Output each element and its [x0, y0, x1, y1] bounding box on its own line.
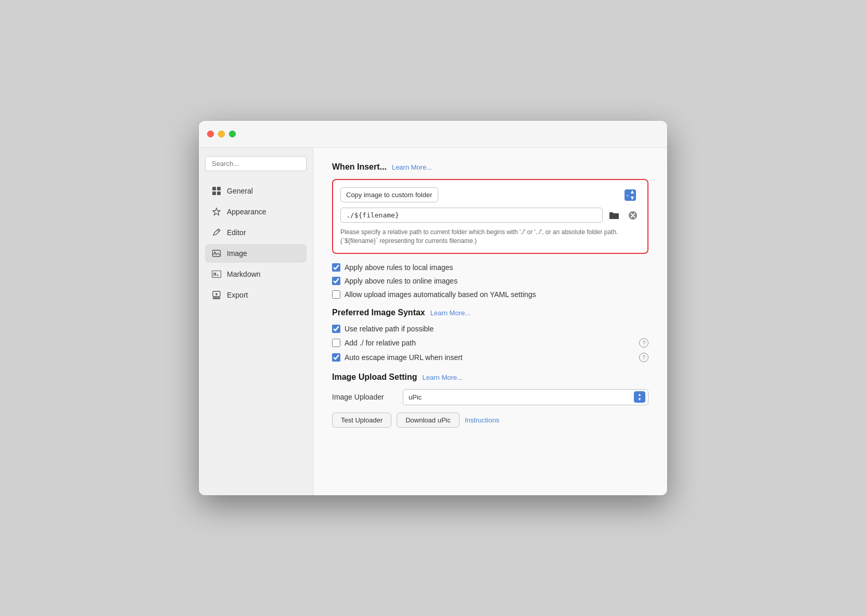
preferences-window: General Appearance Ed	[199, 121, 667, 495]
sidebar-item-appearance[interactable]: Appearance	[205, 202, 307, 221]
checkbox-add-dot: Add ./ for relative path ?	[332, 338, 648, 348]
svg-text:M↓: M↓	[213, 272, 219, 277]
uploader-row: Image Uploader uPic PicGo Custom ▲ ▼	[332, 389, 648, 405]
online-images-checkbox[interactable]	[332, 277, 340, 285]
relative-path-label: Use relative path if possible	[345, 325, 434, 333]
copy-mode-dropdown-arrow: ▲▼	[625, 189, 636, 201]
checkbox-relative: Use relative path if possible	[332, 325, 648, 333]
add-dot-help-icon[interactable]: ?	[639, 338, 648, 348]
preferred-syntax-learn-more[interactable]: Learn More...	[430, 309, 470, 317]
svg-rect-4	[213, 250, 221, 256]
image-icon	[211, 248, 222, 259]
relative-path-checkbox[interactable]	[332, 325, 340, 333]
sidebar-item-export-label: Export	[227, 291, 248, 299]
markdown-icon: M↓	[211, 269, 222, 279]
sidebar-item-image[interactable]: Image	[205, 244, 307, 263]
auto-escape-checkbox[interactable]	[332, 353, 340, 362]
when-insert-title: When Insert...	[332, 162, 387, 172]
path-input[interactable]	[340, 208, 603, 223]
sidebar-item-appearance-label: Appearance	[227, 208, 266, 216]
when-insert-highlighted-box: Copy image to custom folder No action Co…	[332, 179, 648, 254]
sidebar-item-editor-label: Editor	[227, 228, 246, 237]
maximize-button[interactable]	[229, 131, 236, 137]
local-images-label: Apply above rules to local images	[345, 263, 453, 272]
editor-icon	[211, 227, 222, 238]
add-dot-checkbox[interactable]	[332, 339, 340, 347]
search-input[interactable]	[205, 156, 307, 171]
path-clear-button[interactable]	[626, 208, 640, 223]
download-upic-button[interactable]: Download uPic	[397, 413, 460, 428]
checkbox-yaml: Allow upload images automatically based …	[332, 290, 648, 299]
svg-rect-3	[217, 191, 221, 195]
auto-escape-help-icon[interactable]: ?	[639, 353, 648, 362]
sidebar-item-editor[interactable]: Editor	[205, 223, 307, 242]
uploader-btn-row: Test Uploader Download uPic Instructions	[332, 413, 648, 428]
test-uploader-button[interactable]: Test Uploader	[332, 413, 391, 428]
image-upload-header: Image Upload Setting Learn More...	[332, 373, 648, 382]
titlebar	[199, 121, 667, 148]
appearance-icon	[211, 207, 222, 217]
export-icon	[211, 290, 222, 300]
uploader-dropdown-wrapper: uPic PicGo Custom ▲ ▼	[403, 389, 648, 405]
preferred-syntax-title: Preferred Image Syntax	[332, 308, 425, 317]
local-images-checkbox[interactable]	[332, 263, 340, 272]
sidebar-item-image-label: Image	[227, 249, 247, 258]
svg-rect-2	[212, 191, 216, 195]
general-icon	[211, 186, 222, 196]
main-panel: When Insert... Learn More... Copy image …	[313, 148, 667, 495]
image-upload-section: Image Upload Setting Learn More... Image…	[332, 373, 648, 428]
close-button[interactable]	[207, 131, 214, 137]
copy-mode-row: Copy image to custom folder No action Co…	[340, 187, 640, 202]
path-input-row	[340, 208, 640, 223]
yaml-upload-checkbox[interactable]	[332, 290, 340, 299]
sidebar: General Appearance Ed	[199, 148, 313, 495]
sidebar-item-general-label: General	[227, 187, 253, 195]
sidebar-item-general[interactable]: General	[205, 182, 307, 200]
window-content: General Appearance Ed	[199, 148, 667, 495]
instructions-link[interactable]: Instructions	[465, 416, 499, 424]
image-upload-title: Image Upload Setting	[332, 373, 417, 382]
path-helper-text: Please specify a relative path to curren…	[340, 228, 640, 246]
checkbox-local: Apply above rules to local images	[332, 263, 648, 272]
svg-rect-1	[217, 187, 221, 190]
image-upload-learn-more[interactable]: Learn More...	[423, 374, 463, 381]
auto-escape-label: Auto escape image URL when insert	[345, 353, 463, 362]
preferred-syntax-header: Preferred Image Syntax Learn More...	[332, 308, 648, 317]
checkbox-online: Apply above rules to online images	[332, 277, 648, 285]
minimize-button[interactable]	[218, 131, 225, 137]
when-insert-learn-more[interactable]: Learn More...	[392, 163, 432, 171]
yaml-upload-label: Allow upload images automatically based …	[345, 290, 536, 299]
sidebar-item-markdown[interactable]: M↓ Markdown	[205, 265, 307, 284]
online-images-label: Apply above rules to online images	[345, 277, 457, 285]
folder-browse-button[interactable]	[607, 208, 621, 223]
uploader-select[interactable]: uPic PicGo Custom	[403, 389, 648, 405]
copy-mode-dropdown-wrapper: Copy image to custom folder No action Co…	[340, 187, 640, 202]
when-insert-header: When Insert... Learn More...	[332, 162, 648, 172]
uploader-label: Image Uploader	[332, 393, 394, 401]
traffic-lights	[207, 131, 236, 137]
svg-point-5	[214, 252, 216, 253]
sidebar-item-markdown-label: Markdown	[227, 270, 261, 278]
copy-mode-select[interactable]: Copy image to custom folder No action Co…	[340, 187, 438, 202]
svg-rect-0	[212, 187, 216, 190]
add-dot-label: Add ./ for relative path	[345, 339, 416, 347]
checkbox-auto-escape: Auto escape image URL when insert ?	[332, 353, 648, 362]
sidebar-item-export[interactable]: Export	[205, 286, 307, 304]
